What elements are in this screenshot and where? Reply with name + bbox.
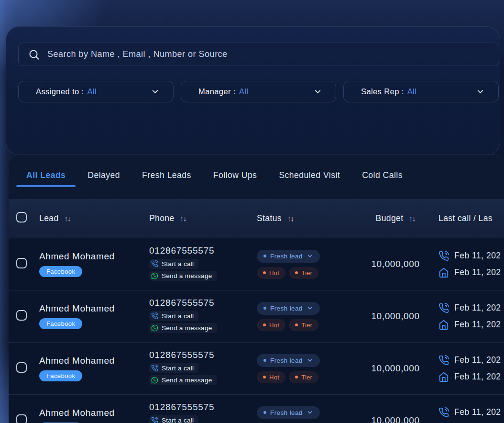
manager-filter[interactable]: Manager :All bbox=[181, 81, 336, 102]
assigned-to-filter[interactable]: Assigned to :All bbox=[18, 81, 174, 102]
lead-name[interactable]: Ahmed Mohamed bbox=[39, 251, 149, 262]
chevron-down-icon bbox=[307, 409, 313, 416]
last-visit-date: Feb 11, 202 bbox=[438, 320, 504, 330]
last-call-date: Feb 11, 202 bbox=[438, 251, 504, 261]
budget-value: 10,000,000 bbox=[371, 363, 419, 373]
phone-call-icon bbox=[438, 251, 449, 261]
tab-delayed[interactable]: Delayed bbox=[77, 163, 131, 187]
chevron-down-icon bbox=[151, 87, 160, 96]
phone-number: 012867555575 bbox=[149, 245, 257, 256]
search-input[interactable] bbox=[47, 49, 489, 59]
search-bar[interactable] bbox=[18, 43, 499, 66]
filter-label-value: Assigned to :All bbox=[36, 87, 97, 96]
row-checkbox[interactable] bbox=[16, 258, 27, 268]
last-call-date: Feb 11, 202 bbox=[438, 355, 504, 366]
budget-value: 10,000,000 bbox=[371, 311, 419, 321]
start-call-button[interactable]: Start a call bbox=[149, 415, 198, 423]
tag-list: Hot Tier bbox=[257, 371, 352, 383]
tag-dot bbox=[295, 271, 298, 274]
tag-hot: Hot bbox=[257, 319, 285, 331]
sales-rep-filter[interactable]: Sales Rep :All bbox=[343, 81, 499, 102]
last-call-date: Feb 11, 202 bbox=[438, 303, 504, 313]
table-body: Ahmed Mohamed Facebook 012867555575 Star… bbox=[9, 238, 504, 423]
table-row: Ahmed Mohamed Facebook 012867555575 Star… bbox=[9, 238, 504, 290]
tab-follow-ups[interactable]: Follow Ups bbox=[202, 163, 268, 187]
phone-call-icon bbox=[151, 365, 158, 372]
sort-icon: ↑↓ bbox=[287, 214, 294, 223]
search-icon bbox=[28, 49, 40, 60]
send-message-button[interactable]: Send a message bbox=[149, 375, 217, 385]
chevron-down-icon bbox=[307, 305, 313, 312]
lead-name[interactable]: Ahmed Mohamed bbox=[39, 408, 149, 418]
phone-number: 012867555575 bbox=[149, 350, 257, 360]
status-dot bbox=[263, 255, 266, 257]
last-visit-date: Feb 11, 202 bbox=[438, 372, 504, 382]
status-dropdown[interactable]: Fresh lead bbox=[257, 250, 320, 263]
sort-icon: ↑↓ bbox=[180, 214, 186, 223]
column-header-lead[interactable]: Lead↑↓ bbox=[39, 213, 149, 223]
whatsapp-icon bbox=[151, 377, 158, 384]
phone-call-icon bbox=[438, 355, 449, 366]
home-icon bbox=[438, 320, 449, 330]
lead-source-badge: Facebook bbox=[39, 318, 82, 329]
tab-cold-calls[interactable]: Cold Calls bbox=[351, 163, 414, 187]
tag-list: Hot Tier bbox=[257, 267, 352, 279]
status-dot bbox=[263, 411, 266, 414]
tag-tier: Tier bbox=[289, 267, 318, 279]
chevron-down-icon bbox=[307, 253, 313, 259]
last-call-date: Feb 11, 202 bbox=[438, 407, 504, 418]
home-icon bbox=[438, 267, 449, 278]
column-header-budget[interactable]: Budget↑↓ bbox=[352, 213, 438, 223]
phone-call-icon bbox=[438, 407, 449, 418]
row-checkbox[interactable] bbox=[16, 414, 27, 423]
budget-value: 10,000,000 bbox=[371, 415, 419, 423]
table-row: Ahmed Mohamed Facebook 012867555575 Star… bbox=[9, 343, 504, 395]
tag-hot: Hot bbox=[257, 371, 285, 383]
lead-name[interactable]: Ahmed Mohamed bbox=[39, 303, 149, 314]
tab-all-leads[interactable]: All Leads bbox=[15, 163, 77, 187]
status-dropdown[interactable]: Fresh lead bbox=[257, 302, 320, 315]
phone-number: 012867555575 bbox=[149, 298, 257, 308]
status-dot bbox=[263, 359, 266, 362]
table-row: Ahmed Mohamed Facebook 012867555575 Star… bbox=[9, 290, 504, 343]
status-dropdown[interactable]: Fresh lead bbox=[257, 354, 320, 367]
tag-dot bbox=[263, 376, 266, 378]
send-message-button[interactable]: Send a message bbox=[149, 323, 217, 333]
phone-call-icon bbox=[151, 312, 158, 320]
tag-dot bbox=[263, 323, 266, 326]
whatsapp-icon bbox=[151, 324, 158, 332]
filter-label-value: Manager :All bbox=[198, 87, 248, 96]
phone-call-icon bbox=[438, 303, 449, 313]
row-checkbox[interactable] bbox=[16, 362, 27, 373]
phone-number: 012867555575 bbox=[149, 402, 257, 412]
column-header-phone[interactable]: Phone↑↓ bbox=[149, 213, 257, 223]
whatsapp-icon bbox=[151, 272, 158, 279]
tag-tier: Tier bbox=[289, 371, 318, 383]
phone-call-icon bbox=[151, 417, 158, 423]
tab-fresh-leads[interactable]: Fresh Leads bbox=[131, 163, 202, 187]
lead-name[interactable]: Ahmed Mohamed bbox=[39, 356, 149, 366]
phone-call-icon bbox=[151, 260, 158, 267]
column-header-status[interactable]: Status↑↓ bbox=[257, 213, 352, 223]
status-dropdown[interactable]: Fresh lead bbox=[257, 406, 320, 419]
tag-dot bbox=[295, 376, 298, 378]
send-message-button[interactable]: Send a message bbox=[149, 271, 217, 281]
start-call-button[interactable]: Start a call bbox=[149, 259, 198, 269]
status-dot bbox=[263, 307, 266, 310]
table-row: Ahmed Mohamed Facebook 012867555575 Star… bbox=[9, 395, 504, 423]
filter-label-value: Sales Rep :All bbox=[361, 87, 416, 96]
lead-source-badge: Facebook bbox=[39, 266, 82, 277]
tag-hot: Hot bbox=[257, 267, 285, 279]
chevron-down-icon bbox=[313, 87, 322, 96]
tab-scheduled-visit[interactable]: Scheduled Visit bbox=[268, 163, 351, 187]
filters-panel: Assigned to :All Manager :All Sales Rep … bbox=[6, 26, 500, 156]
select-all-checkbox[interactable] bbox=[16, 212, 27, 223]
start-call-button[interactable]: Start a call bbox=[149, 363, 198, 373]
budget-value: 10,000,000 bbox=[371, 259, 419, 269]
start-call-button[interactable]: Start a call bbox=[149, 311, 198, 321]
row-checkbox[interactable] bbox=[16, 310, 27, 321]
home-icon bbox=[438, 372, 449, 382]
chevron-down-icon bbox=[307, 357, 313, 364]
tag-dot bbox=[295, 323, 298, 326]
tag-list: Hot Tier bbox=[257, 319, 352, 331]
